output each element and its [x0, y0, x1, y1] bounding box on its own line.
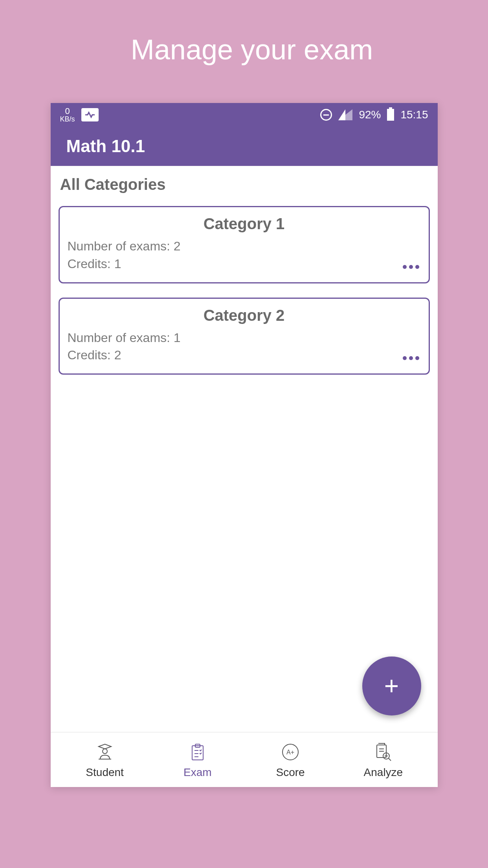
- analyze-icon: [372, 741, 394, 763]
- more-menu-button[interactable]: [403, 356, 419, 360]
- device-frame: 0 KB/s 92% 15:15 Math 10.1 All Categorie…: [51, 103, 438, 787]
- app-bar: Math 10.1: [51, 127, 438, 166]
- svg-line-12: [389, 758, 391, 761]
- nav-analyze[interactable]: Analyze: [337, 741, 429, 779]
- category-exams: Number of exams: 2: [68, 237, 421, 255]
- nav-score[interactable]: A+ Score: [244, 741, 337, 779]
- category-exams: Number of exams: 1: [68, 329, 421, 347]
- student-icon: [94, 741, 116, 763]
- page-title: Math 10.1: [66, 136, 145, 156]
- score-icon: A+: [279, 741, 301, 763]
- kbs-value: 0: [65, 107, 70, 116]
- nav-exam[interactable]: Exam: [151, 741, 244, 779]
- dnd-icon: [320, 109, 332, 121]
- add-button[interactable]: +: [362, 657, 421, 715]
- nav-label: Score: [276, 766, 305, 779]
- status-right: 92% 15:15: [320, 108, 428, 121]
- category-credits: Credits: 2: [68, 346, 421, 364]
- exam-icon: [187, 741, 209, 763]
- signal-icon: [338, 109, 352, 120]
- status-left: 0 KB/s: [60, 107, 99, 123]
- battery-icon: [387, 109, 394, 121]
- content-area: All Categories Category 1 Number of exam…: [51, 166, 438, 732]
- category-credits: Credits: 1: [68, 255, 421, 273]
- nav-label: Analyze: [364, 766, 403, 779]
- status-bar: 0 KB/s 92% 15:15: [51, 103, 438, 127]
- more-menu-button[interactable]: [403, 265, 419, 269]
- nav-label: Exam: [183, 766, 212, 779]
- svg-point-0: [103, 749, 107, 754]
- category-title: Category 2: [68, 307, 421, 324]
- data-speed-indicator: 0 KB/s: [60, 107, 75, 123]
- svg-text:A+: A+: [286, 749, 294, 756]
- nav-label: Student: [86, 766, 124, 779]
- category-card-1[interactable]: Category 1 Number of exams: 2 Credits: 1: [59, 206, 430, 283]
- category-card-2[interactable]: Category 2 Number of exams: 1 Credits: 2: [59, 298, 430, 375]
- promo-title: Manage your exam: [0, 33, 488, 66]
- activity-icon: [81, 108, 99, 121]
- plus-icon: +: [384, 673, 399, 699]
- section-title: All Categories: [59, 176, 430, 193]
- kbs-unit: KB/s: [60, 116, 75, 123]
- bottom-nav: Student Exam A+: [51, 732, 438, 787]
- category-title: Category 1: [68, 215, 421, 233]
- battery-percent: 92%: [359, 108, 381, 121]
- nav-student[interactable]: Student: [59, 741, 151, 779]
- status-time: 15:15: [400, 108, 428, 121]
